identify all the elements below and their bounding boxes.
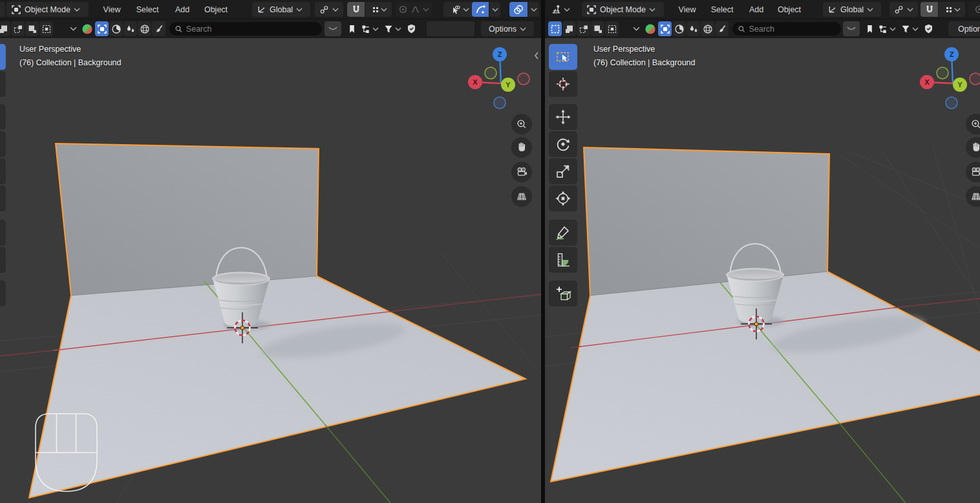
scene-left[interactable]: X Y Z bbox=[0, 38, 541, 503]
filter-drops-button[interactable] bbox=[123, 21, 137, 36]
menu-add[interactable]: Add bbox=[169, 0, 195, 19]
tool-cursor[interactable] bbox=[0, 71, 6, 97]
tool-select-box[interactable] bbox=[0, 44, 6, 70]
tool-scale[interactable] bbox=[0, 158, 6, 184]
menu-select[interactable]: Select bbox=[705, 0, 739, 19]
axis-minus-x-ball[interactable] bbox=[970, 73, 980, 85]
transform-orientation-dropdown[interactable]: Global bbox=[252, 2, 310, 17]
show-overlays-toggle[interactable] bbox=[509, 2, 527, 17]
tool-add-cube[interactable] bbox=[0, 281, 6, 306]
chevron-down-icon bbox=[381, 8, 387, 12]
tool-select-box[interactable] bbox=[549, 44, 577, 70]
options-dropdown[interactable]: Options bbox=[481, 21, 534, 36]
chevron-left-icon bbox=[533, 51, 540, 60]
select-mode-intersect[interactable] bbox=[39, 21, 53, 36]
select-mode-subtract[interactable] bbox=[11, 21, 25, 36]
filter-screen-button[interactable] bbox=[95, 21, 109, 36]
shield-button[interactable] bbox=[401, 21, 421, 36]
rope-curve-button[interactable] bbox=[843, 21, 860, 36]
tool-scale[interactable] bbox=[549, 158, 577, 184]
show-gizmos-toggle[interactable] bbox=[472, 2, 489, 17]
navigation-gizmo[interactable]: X Y Z bbox=[468, 47, 529, 109]
rope-curve-button[interactable] bbox=[325, 21, 341, 36]
search-box[interactable] bbox=[169, 22, 322, 36]
gizmos-dropdown[interactable] bbox=[489, 2, 500, 17]
snap-settings-dropdown[interactable] bbox=[365, 2, 392, 17]
select-new-icon bbox=[550, 24, 560, 34]
backdrop-wall[interactable] bbox=[584, 147, 829, 295]
filter-brush-button[interactable] bbox=[152, 21, 165, 36]
filter-screen-button[interactable] bbox=[658, 21, 672, 36]
editor-type-button[interactable] bbox=[0, 2, 5, 17]
tool-transform[interactable] bbox=[0, 186, 6, 211]
axis-minus-y-ball[interactable] bbox=[485, 67, 496, 79]
tool-rotate[interactable] bbox=[549, 131, 577, 157]
tool-cursor[interactable] bbox=[549, 71, 577, 97]
axis-minus-y-ball[interactable] bbox=[937, 67, 948, 79]
pan-button[interactable] bbox=[511, 137, 532, 158]
search-input[interactable] bbox=[749, 25, 836, 34]
tool-annotate[interactable] bbox=[549, 220, 577, 246]
select-mode-extend[interactable] bbox=[0, 21, 10, 36]
snap-toggle[interactable] bbox=[921, 2, 938, 17]
shield-button[interactable] bbox=[919, 21, 938, 36]
filter-drops-button[interactable] bbox=[687, 21, 700, 36]
proportional-editing-group[interactable] bbox=[968, 2, 980, 17]
snap-toggle[interactable] bbox=[347, 2, 365, 17]
options-dropdown[interactable]: Options bbox=[948, 21, 980, 36]
backdrop-wall[interactable] bbox=[56, 144, 319, 295]
tool-annotate[interactable] bbox=[0, 220, 6, 246]
filter-pie-button[interactable] bbox=[672, 21, 686, 36]
select-mode-extend[interactable] bbox=[562, 21, 576, 36]
menu-view[interactable]: View bbox=[674, 0, 701, 19]
search-input[interactable] bbox=[186, 25, 317, 34]
material-sphere-button[interactable] bbox=[641, 21, 660, 36]
select-mode-invert[interactable] bbox=[591, 21, 604, 36]
scene-right[interactable]: X Y Z bbox=[545, 38, 980, 503]
grid-ortho-button[interactable] bbox=[511, 186, 532, 207]
select-mode-subtract[interactable] bbox=[577, 21, 590, 36]
camera-view-button[interactable] bbox=[511, 162, 532, 182]
mode-dropdown[interactable]: Object Mode bbox=[582, 2, 664, 17]
filter-pie-button[interactable] bbox=[109, 21, 123, 36]
axis-x-label: X bbox=[473, 78, 478, 86]
chevron-down-icon bbox=[332, 8, 339, 12]
zoom-button[interactable] bbox=[511, 114, 532, 134]
proportional-editing-group[interactable] bbox=[396, 2, 432, 17]
tool-rotate[interactable] bbox=[0, 131, 6, 157]
chevron-down-icon bbox=[395, 27, 401, 31]
menu-object[interactable]: Object bbox=[199, 0, 233, 19]
menu-object[interactable]: Object bbox=[772, 0, 806, 19]
transform-orientation-dropdown[interactable]: Global bbox=[823, 2, 881, 17]
object-visibility-dropdown[interactable] bbox=[443, 2, 476, 17]
tool-add-cube[interactable] bbox=[549, 281, 577, 306]
overlays-dropdown[interactable] bbox=[528, 2, 539, 17]
menu-add[interactable]: Add bbox=[743, 0, 769, 19]
select-mode-invert[interactable] bbox=[25, 21, 39, 36]
pivot-point-dropdown[interactable] bbox=[315, 2, 343, 17]
axis-minus-z-ball[interactable] bbox=[494, 97, 506, 109]
axis-minus-z-ball[interactable] bbox=[946, 97, 957, 109]
mode-dropdown[interactable]: Object Mode bbox=[6, 2, 89, 17]
select-mode-intersect[interactable] bbox=[605, 21, 619, 36]
filter-globe-button[interactable] bbox=[701, 21, 714, 36]
menu-view[interactable]: View bbox=[98, 0, 125, 19]
axis-minus-x-ball[interactable] bbox=[518, 73, 529, 85]
editor-type-dropdown[interactable] bbox=[548, 2, 579, 17]
sidebar-collapse[interactable] bbox=[533, 51, 540, 60]
navigation-gizmo[interactable]: X Y Z bbox=[920, 47, 980, 109]
tool-transform[interactable] bbox=[549, 186, 577, 211]
material-sphere-button[interactable] bbox=[78, 21, 97, 36]
pivot-point-dropdown[interactable] bbox=[889, 2, 918, 17]
select-mode-new[interactable] bbox=[548, 21, 562, 36]
filter-brush-button[interactable] bbox=[715, 21, 729, 36]
tool-measure[interactable] bbox=[549, 247, 577, 273]
tool-move[interactable] bbox=[549, 104, 577, 130]
menu-select[interactable]: Select bbox=[131, 0, 164, 19]
search-box[interactable] bbox=[732, 22, 841, 36]
filter-globe-button[interactable] bbox=[138, 21, 151, 36]
floor-plane[interactable] bbox=[29, 276, 526, 498]
snap-settings-dropdown[interactable] bbox=[939, 2, 965, 17]
tool-move[interactable] bbox=[0, 104, 6, 130]
tool-measure[interactable] bbox=[0, 247, 6, 273]
